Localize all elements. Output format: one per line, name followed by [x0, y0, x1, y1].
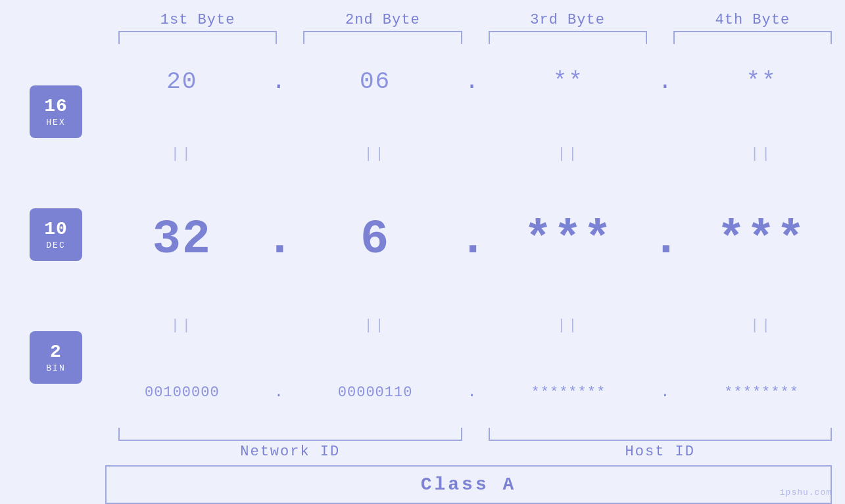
bracket-host: [489, 428, 833, 441]
bottom-brackets: [0, 428, 845, 441]
eq-4: ||: [678, 146, 845, 162]
byte-header-3: 3rd Byte: [475, 12, 660, 28]
host-id-label: Host ID: [475, 444, 846, 460]
dec-dot-2: .: [459, 216, 485, 263]
equals-row-1: || || || ||: [99, 146, 845, 162]
bracket-byte-3: [489, 31, 647, 44]
bin-val-4: ********: [724, 384, 799, 401]
hex-val-3: **: [553, 68, 584, 95]
dec-badge-number: 10: [44, 219, 68, 239]
dec-byte-3: ***: [485, 213, 652, 267]
hex-dot-1: .: [266, 68, 292, 95]
hex-values-row: 20 . 06 . ** . **: [99, 68, 845, 95]
dec-badge: 10 DEC: [30, 208, 82, 261]
eq-5: ||: [99, 317, 266, 334]
hex-val-2: 06: [360, 68, 391, 95]
dec-dot-3: .: [652, 216, 678, 263]
bin-val-2: 00000110: [338, 384, 413, 401]
hex-badge-number: 16: [44, 96, 68, 116]
eq-8: ||: [678, 317, 845, 334]
bytes-area: 20 . 06 . ** . ** || ||: [99, 44, 845, 425]
dec-byte-4: ***: [678, 213, 845, 267]
labels-row: Network ID Host ID: [0, 444, 845, 460]
main-content: 16 HEX 10 DEC 2 BIN 20 . 06: [0, 44, 845, 425]
dec-values-row: 32 . 6 . *** . ***: [99, 213, 845, 267]
byte-header-4: 4th Byte: [660, 12, 845, 28]
byte-header-2: 2nd Byte: [290, 12, 475, 28]
bin-byte-2: 00000110: [292, 384, 459, 401]
hex-badge-label: HEX: [46, 118, 65, 127]
dec-byte-1: 32: [99, 213, 266, 267]
dec-val-2: 6: [360, 213, 390, 267]
dec-badge-label: DEC: [46, 241, 65, 250]
bin-values-row: 00100000 . 00000110 . ******** . *******…: [99, 384, 845, 401]
bin-badge-number: 2: [50, 342, 62, 362]
equals-row-2: || || || ||: [99, 317, 845, 334]
eq-1: ||: [99, 146, 266, 162]
dec-dot-1: .: [266, 216, 292, 263]
main-container: 1st Byte 2nd Byte 3rd Byte 4th Byte 16 H…: [0, 0, 845, 504]
hex-dot-2: .: [459, 68, 485, 95]
bin-dot-3: .: [652, 384, 678, 401]
dec-val-4: ***: [717, 213, 806, 267]
bracket-network: [118, 428, 462, 441]
eq-6: ||: [292, 317, 459, 334]
eq-2: ||: [292, 146, 459, 162]
class-label: Class A: [105, 465, 832, 504]
bracket-byte-2: [303, 31, 462, 44]
dec-byte-2: 6: [292, 213, 459, 267]
bin-badge: 2 BIN: [30, 331, 82, 384]
byte-header-1: 1st Byte: [105, 12, 290, 28]
hex-byte-3: **: [485, 68, 652, 95]
class-bar-wrapper: Class A: [0, 465, 845, 504]
bin-val-3: ********: [531, 384, 606, 401]
bin-byte-4: ********: [678, 384, 845, 401]
bin-dot-1: .: [266, 384, 292, 401]
network-id-label: Network ID: [105, 444, 475, 460]
hex-byte-2: 06: [292, 68, 459, 95]
hex-byte-1: 20: [99, 68, 266, 95]
eq-3: ||: [485, 146, 652, 162]
badges-column: 16 HEX 10 DEC 2 BIN: [13, 44, 99, 425]
hex-val-4: **: [746, 68, 777, 95]
bracket-byte-4: [673, 31, 832, 44]
top-brackets: [0, 31, 845, 44]
bin-val-1: 00100000: [145, 384, 220, 401]
bin-byte-1: 00100000: [99, 384, 266, 401]
dec-val-1: 32: [153, 213, 212, 267]
hex-badge: 16 HEX: [30, 85, 82, 138]
hex-dot-3: .: [652, 68, 678, 95]
hex-byte-4: **: [678, 68, 845, 95]
bracket-byte-1: [118, 31, 277, 44]
dec-val-3: ***: [524, 213, 614, 267]
bin-dot-2: .: [459, 384, 485, 401]
bin-byte-3: ********: [485, 384, 652, 401]
bin-badge-label: BIN: [46, 363, 65, 373]
hex-val-1: 20: [166, 68, 197, 95]
header-row: 1st Byte 2nd Byte 3rd Byte 4th Byte: [0, 12, 845, 28]
eq-7: ||: [485, 317, 652, 334]
watermark: ipshu.com: [780, 488, 832, 497]
